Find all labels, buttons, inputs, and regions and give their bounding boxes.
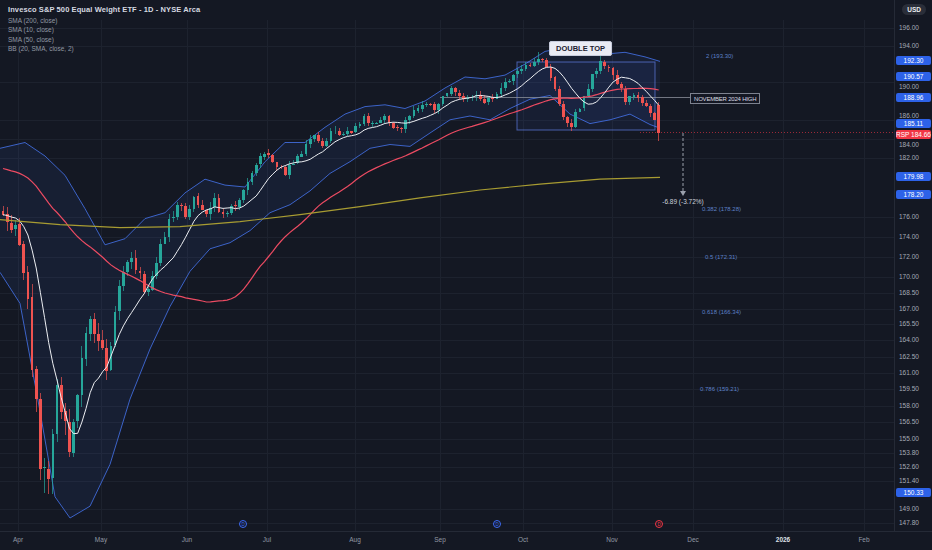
price-axis-label: 147.80 xyxy=(899,519,919,526)
price-axis-label: 182.00 xyxy=(899,154,919,161)
dividend-event-icon[interactable]: D xyxy=(493,520,501,528)
price-axis-label: 155.00 xyxy=(899,435,919,442)
fib-level-label[interactable]: 0.618 (166.34) xyxy=(702,309,741,315)
price-axis-label: 194.00 xyxy=(899,42,919,49)
indicator-price-badge: 150.33 xyxy=(896,488,931,497)
measure-arrow[interactable] xyxy=(680,133,686,196)
double-top-label[interactable]: DOUBLE TOP xyxy=(549,41,612,56)
time-axis-label: Jun xyxy=(182,536,192,543)
price-axis-label: 151.40 xyxy=(899,477,919,484)
price-axis-label: 176.00 xyxy=(899,213,919,220)
price-axis-label: 158.00 xyxy=(899,402,919,409)
fib-level-label[interactable]: 0.5 (172.31) xyxy=(705,254,737,260)
time-axis-label: Feb xyxy=(858,536,869,543)
indicator-legend-sma10[interactable]: SMA (10, close) xyxy=(8,26,200,33)
indicator-price-badge: 192.30 xyxy=(896,56,931,65)
price-axis-label: 190.00 xyxy=(899,83,919,90)
chart-legend: Invesco S&P 500 Equal Weight ETF - 1D - … xyxy=(8,5,200,52)
time-axis-label: 2026 xyxy=(776,536,790,543)
price-axis-label: 161.00 xyxy=(899,369,919,376)
time-axis-label: Apr xyxy=(13,536,23,543)
currency-button[interactable]: USD xyxy=(902,4,926,15)
time-axis-label: Dec xyxy=(687,536,699,543)
indicator-price-badge: 179.98 xyxy=(896,172,931,181)
indicator-legend-sma200[interactable]: SMA (200, close) xyxy=(8,17,200,24)
measure-value-label: -6.89 (-3.72%) xyxy=(648,198,718,205)
dividend-event-icon[interactable]: D xyxy=(239,520,247,528)
price-axis-label: 156.50 xyxy=(899,418,919,425)
price-axis[interactable]: 196.00194.00190.00186.00184.00182.00176.… xyxy=(894,0,932,532)
price-axis-label: 174.00 xyxy=(899,233,919,240)
indicator-price-badge: 185.11 xyxy=(896,119,931,128)
time-axis-label: Aug xyxy=(349,536,361,543)
time-axis[interactable]: AprMayJunJulAugSepOctNovDec2026FebDDD xyxy=(0,531,932,550)
indicator-price-badge: 188.96 xyxy=(896,93,931,102)
symbol-title[interactable]: Invesco S&P 500 Equal Weight ETF - 1D - … xyxy=(8,5,200,14)
dividend-upcoming-event-icon[interactable]: D xyxy=(655,520,663,528)
trading-chart-app: Invesco S&P 500 Equal Weight ETF - 1D - … xyxy=(0,0,932,550)
fib-level-label[interactable]: 0.382 (178.28) xyxy=(702,206,741,212)
time-axis-label: Oct xyxy=(518,536,528,543)
indicator-price-badge: 178.20 xyxy=(896,190,931,199)
last-price-badge: RSP 184.66 xyxy=(896,130,931,139)
time-axis-label: Sep xyxy=(434,536,446,543)
november-2024-high-label[interactable]: NOVEMBER 2024 HIGH xyxy=(690,93,760,104)
price-axis-label: 165.50 xyxy=(899,320,919,327)
time-axis-label: May xyxy=(95,536,107,543)
sma200-line[interactable] xyxy=(0,177,660,227)
price-axis-label: 170.00 xyxy=(899,273,919,280)
fib-level-label[interactable]: 0.786 (159.21) xyxy=(700,386,739,392)
price-axis-label: 153.80 xyxy=(899,449,919,456)
fib-level-label[interactable]: 2 (193.30) xyxy=(706,53,733,59)
indicator-legend-sma50[interactable]: SMA (50, close) xyxy=(8,36,200,43)
candlestick-chart[interactable] xyxy=(0,0,932,550)
price-axis-label: 184.00 xyxy=(899,141,919,148)
price-axis-label: 159.50 xyxy=(899,385,919,392)
price-axis-label: 172.00 xyxy=(899,253,919,260)
price-axis-label: 164.00 xyxy=(899,336,919,343)
price-axis-label: 162.50 xyxy=(899,353,919,360)
time-axis-label: Nov xyxy=(606,536,618,543)
price-axis-label: 167.00 xyxy=(899,305,919,312)
price-axis-label: 168.50 xyxy=(899,289,919,296)
price-axis-label: 149.00 xyxy=(899,505,919,512)
price-axis-label: 186.00 xyxy=(899,112,919,119)
price-axis-label: 152.60 xyxy=(899,463,919,470)
indicator-price-badge: 190.57 xyxy=(896,72,931,81)
time-axis-label: Jul xyxy=(263,536,271,543)
indicator-legend-bb[interactable]: BB (20, SMA, close, 2) xyxy=(8,45,200,52)
price-axis-label: 196.00 xyxy=(899,24,919,31)
